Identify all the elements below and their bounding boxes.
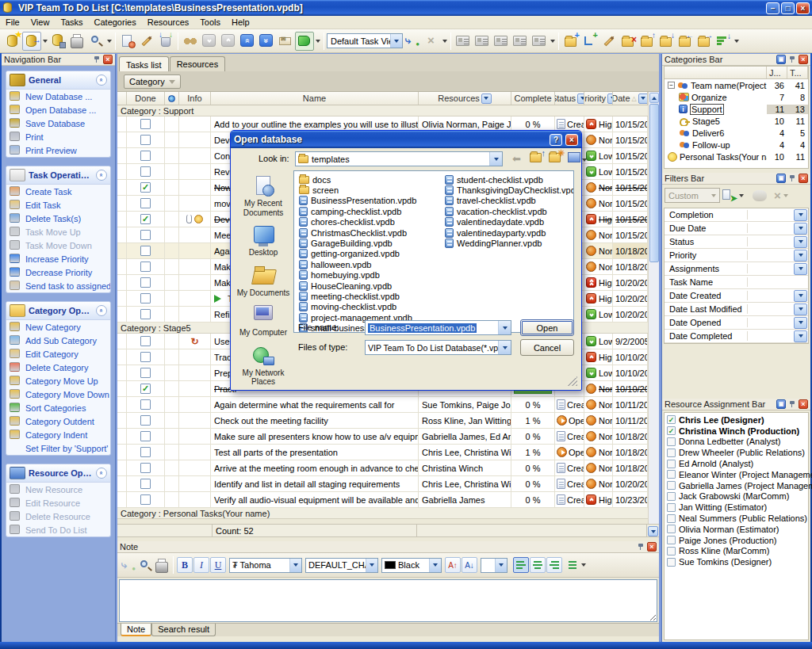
done-checkbox[interactable]: ✓	[140, 384, 151, 394]
file-item[interactable]: ThanksgivingDayChecklist.vpdb	[445, 185, 573, 195]
pin-icon[interactable]	[787, 55, 797, 64]
resource-checkbox[interactable]: ✓	[667, 415, 676, 424]
category-outdent-button[interactable]: ←	[676, 32, 695, 51]
sidebar-item-category-move-up[interactable]: Category Move Up	[6, 374, 110, 387]
file-item[interactable]: vacation-checklist.vpdb	[445, 206, 573, 216]
filter-row-date-opened[interactable]: Date Opened	[665, 316, 808, 330]
new-category-button[interactable]: +	[561, 32, 580, 51]
category-indent-button[interactable]: →	[695, 32, 714, 51]
resource-checkbox[interactable]	[667, 481, 676, 490]
group-by-category-button[interactable]: Category	[124, 74, 181, 89]
column-header-priority[interactable]: Priority	[584, 92, 613, 105]
resource-checkbox[interactable]	[667, 547, 676, 555]
done-checkbox[interactable]	[140, 135, 151, 145]
bullet-list-button[interactable]	[563, 557, 579, 573]
new-database-button[interactable]: ★	[3, 32, 22, 51]
done-checkbox[interactable]	[140, 431, 151, 441]
nav-group-header-1[interactable]: Task Operations«	[6, 166, 110, 185]
send-task-button[interactable]: ✉	[276, 32, 295, 51]
column-header-done[interactable]: Done	[127, 92, 165, 105]
preview-note-button[interactable]	[137, 557, 153, 573]
align-left-button[interactable]	[513, 557, 529, 573]
task-view-combo[interactable]: Default Task View	[327, 33, 403, 48]
pin-icon[interactable]	[787, 174, 797, 183]
sidebar-item-new-database[interactable]: New Database ...	[6, 90, 110, 103]
sidebar-item-category-indent[interactable]: Category Indent	[6, 428, 110, 441]
close-icon[interactable]: ×	[799, 399, 808, 409]
resource-item[interactable]: Paige Jones (Production)	[665, 535, 808, 546]
size-combo-dropdown-icon[interactable]	[495, 559, 507, 572]
sidebar-item-delete-resource[interactable]: Delete Resource	[6, 510, 110, 523]
resource-item[interactable]: Donna Ledbetter (Analyst)	[665, 437, 808, 448]
sidebar-item-edit-resource[interactable]: Edit Resource	[6, 496, 110, 510]
cancel-button[interactable]: Cancel	[520, 339, 574, 356]
sidebar-item-category-outdent[interactable]: Category Outdent	[6, 414, 110, 428]
done-checkbox[interactable]	[140, 230, 151, 240]
add-sub-category-button[interactable]: +	[580, 32, 599, 51]
collapse-icon[interactable]: «	[96, 170, 107, 181]
count-dropdown[interactable]	[648, 526, 658, 536]
close-button[interactable]: ×	[796, 2, 810, 14]
edit-category-button[interactable]	[599, 32, 619, 51]
done-checkbox[interactable]	[140, 309, 151, 319]
resource-checkbox[interactable]	[667, 558, 676, 567]
column-filter-icon[interactable]	[607, 94, 613, 104]
resource-checkbox[interactable]	[667, 503, 676, 512]
file-item[interactable]: travel-checklist.vpdb	[445, 196, 573, 206]
notes-button-dropdown[interactable]	[314, 32, 321, 50]
sidebar-item-edit-task[interactable]: Edit Task	[6, 198, 110, 212]
close-icon[interactable]: ×	[103, 55, 113, 64]
sidebar-item-delete-task-s[interactable]: Delete Task(s)	[6, 212, 110, 225]
decrease-priority-button[interactable]: »	[238, 32, 257, 51]
column-header-resources[interactable]: Resources	[419, 92, 511, 105]
resource-item[interactable]: Neal Summers (Public Relations)	[665, 513, 808, 524]
filter-row-date-created[interactable]: Date Created	[665, 289, 808, 303]
scroll-up-button[interactable]	[649, 93, 659, 103]
sidebar-item-send-to-do-list[interactable]: Send To Do List	[6, 523, 110, 536]
find-button[interactable]	[181, 32, 200, 51]
restore-icon[interactable]: ▣	[776, 174, 786, 183]
file-item[interactable]: chores-checklist.vpdb	[299, 217, 443, 227]
place-network[interactable]: My Network Places	[236, 345, 290, 387]
done-checkbox[interactable]	[140, 352, 151, 362]
pin-icon[interactable]	[92, 55, 102, 64]
resource-report-button-dropdown[interactable]	[549, 32, 556, 50]
place-recent[interactable]: My Recent Documents	[236, 175, 290, 217]
filter-row-completion[interactable]: Completion	[665, 208, 808, 222]
sidebar-item-print-preview[interactable]: Print Preview	[6, 143, 110, 157]
category-move-down-button[interactable]: ↓	[657, 32, 676, 51]
save-database-button[interactable]	[48, 32, 67, 51]
filter-row-task-name[interactable]: Task Name	[665, 276, 808, 289]
filter-row-date-last-modified[interactable]: Date Last Modified	[665, 303, 808, 316]
minimize-button[interactable]: –	[766, 2, 779, 14]
sidebar-item-sort-categories[interactable]: Sort Categories	[6, 401, 110, 414]
filter-row-date-completed[interactable]: Date Completed	[665, 330, 808, 343]
sidebar-item-open-database[interactable]: Open Database ...	[6, 103, 110, 116]
look-in-combo[interactable]: templates	[295, 151, 503, 166]
print-note-button[interactable]	[154, 557, 170, 573]
color-combo[interactable]: Black	[381, 558, 442, 573]
menu-tasks[interactable]: Tasks	[55, 17, 88, 28]
sidebar-item-category-move-down[interactable]: Category Move Down	[6, 387, 110, 401]
file-item[interactable]: homebuying.vpdb	[299, 270, 443, 281]
resource-checkbox[interactable]: ✓	[667, 426, 676, 435]
filter-row-due-date[interactable]: Due Date	[665, 222, 808, 235]
done-checkbox[interactable]	[140, 151, 151, 161]
sidebar-item-new-resource[interactable]: New Resource	[6, 483, 110, 496]
done-checkbox[interactable]	[140, 293, 151, 304]
up-folder-icon[interactable]: ↑	[530, 151, 544, 163]
filter-dropdown-icon[interactable]	[794, 236, 807, 248]
done-checkbox[interactable]	[140, 463, 151, 473]
help-icon[interactable]: ?	[550, 134, 562, 146]
filter-dropdown-icon[interactable]	[794, 317, 807, 329]
file-item[interactable]: WeddingPlanner.vpdb	[445, 238, 573, 248]
filter-dropdown-icon[interactable]	[794, 250, 807, 262]
menu-resources[interactable]: Resources	[142, 17, 195, 28]
sidebar-item-task-move-down[interactable]: Task Move Down	[6, 239, 110, 252]
restore-icon[interactable]: ▣	[776, 55, 786, 64]
resource-item[interactable]: ✓Christina Winch (Production)	[665, 426, 808, 437]
task-row[interactable]: Again determine what the requirements ca…	[117, 397, 648, 413]
task-row[interactable]: Check out the meeting facilityRoss Kline…	[117, 413, 648, 429]
resource-item[interactable]: Ed Arnold (Analyst)	[665, 458, 808, 469]
column-header-gutter[interactable]	[117, 92, 127, 105]
